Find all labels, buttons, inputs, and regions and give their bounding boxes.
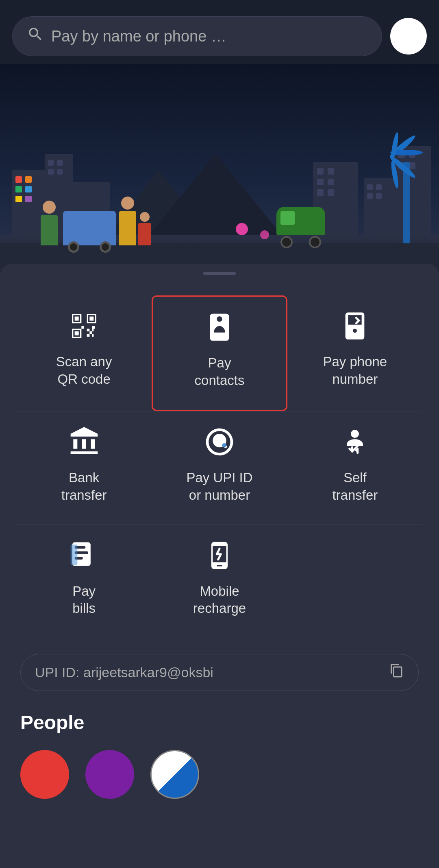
flower-1	[236, 223, 248, 235]
pay-phone-label: Pay phonenumber	[323, 353, 387, 388]
search-placeholder: Pay by name or phone …	[51, 28, 226, 45]
people-section: People	[0, 691, 439, 811]
sheet-handle	[203, 272, 236, 275]
copy-icon[interactable]	[389, 663, 404, 682]
bottom-sheet: Scan anyQR code Paycontacts	[0, 264, 439, 868]
hero-illustration	[0, 64, 439, 276]
upi-id-bar[interactable]: UPI ID: arijeetsarkar9@oksbi	[20, 654, 419, 691]
upi-id-text: UPI ID: arijeetsarkar9@oksbi	[35, 665, 213, 680]
recharge-icon	[201, 537, 238, 574]
action-pay-contacts[interactable]: Paycontacts	[152, 295, 287, 411]
action-pay-upi[interactable]: Pay UPI IDor number	[152, 411, 287, 525]
pay-bills-label: Paybills	[72, 583, 96, 618]
search-bar[interactable]: Pay by name or phone …	[12, 16, 382, 56]
scan-qr-label: Scan anyQR code	[56, 353, 112, 388]
qr-code-icon	[66, 308, 102, 344]
bank-icon	[66, 424, 102, 460]
self-transfer-icon	[337, 424, 373, 460]
bills-icon	[66, 537, 102, 574]
action-pay-bills[interactable]: Paybills	[16, 525, 152, 638]
action-self-transfer[interactable]: Selftransfer	[287, 411, 423, 525]
people-illustration	[41, 197, 151, 245]
search-icon	[27, 26, 44, 47]
svg-rect-8	[70, 544, 77, 565]
svg-point-0	[212, 322, 216, 326]
svg-point-1	[222, 443, 226, 447]
top-bar: Pay by name or phone …	[0, 0, 439, 64]
action-mobile-recharge[interactable]: Mobilerecharge	[152, 525, 287, 638]
action-pay-phone[interactable]: Pay phonenumber	[287, 295, 423, 411]
phone-pay-icon	[337, 308, 373, 344]
auto-rickshaw	[276, 207, 325, 243]
self-transfer-label: Selftransfer	[332, 469, 378, 504]
pay-upi-label: Pay UPI IDor number	[186, 469, 252, 504]
upi-icon	[201, 424, 238, 460]
bank-transfer-label: Banktransfer	[61, 469, 107, 504]
people-row	[20, 750, 419, 799]
action-scan-qr[interactable]: Scan anyQR code	[16, 295, 152, 411]
pay-contacts-label: Paycontacts	[195, 354, 245, 389]
avatar-person-1[interactable]	[20, 750, 69, 799]
people-title: People	[20, 711, 419, 734]
action-bank-transfer[interactable]: Banktransfer	[16, 411, 152, 525]
action-grid-2: Banktransfer Pay UPI IDor number	[0, 411, 439, 525]
action-grid: Scan anyQR code Paycontacts	[0, 295, 439, 411]
user-avatar[interactable]	[390, 18, 427, 55]
mobile-recharge-label: Mobilerecharge	[193, 583, 246, 618]
svg-point-2	[351, 430, 359, 438]
palm-tree	[386, 150, 427, 243]
contacts-pay-icon	[201, 309, 238, 345]
flower-2	[260, 230, 269, 239]
avatar-person-3[interactable]	[150, 750, 199, 799]
mountain-2	[142, 154, 289, 243]
avatar-person-2[interactable]	[85, 750, 134, 799]
action-grid-3: Paybills Mobilerecharge	[0, 525, 439, 638]
